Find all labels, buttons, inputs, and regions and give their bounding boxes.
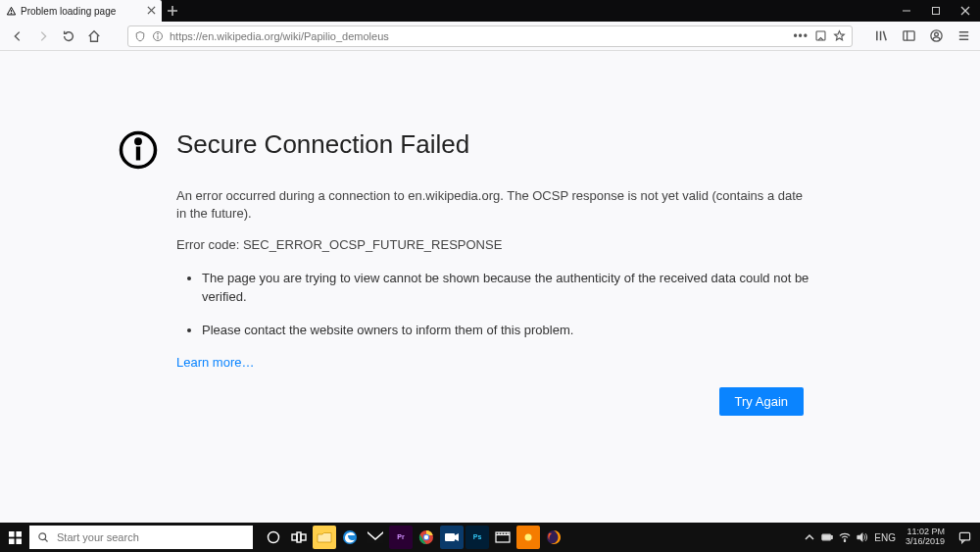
systray-notifications-icon[interactable] <box>955 527 974 547</box>
svg-rect-37 <box>297 532 301 542</box>
svg-point-42 <box>424 535 428 539</box>
new-tab-button[interactable] <box>162 0 183 22</box>
svg-marker-44 <box>455 533 459 541</box>
svg-point-21 <box>934 32 938 36</box>
svg-rect-29 <box>16 531 22 537</box>
library-button[interactable] <box>870 25 892 47</box>
app-menu-button[interactable] <box>953 25 974 47</box>
start-button[interactable] <box>0 523 29 552</box>
svg-point-1 <box>11 13 12 14</box>
error-message: An error occurred during a connection to… <box>176 187 804 223</box>
svg-rect-18 <box>903 31 913 40</box>
svg-point-32 <box>39 533 46 540</box>
error-bullet: The page you are trying to view cannot b… <box>202 269 809 307</box>
systray-wifi-icon[interactable] <box>839 526 851 549</box>
page-actions-icon[interactable]: ••• <box>793 29 808 43</box>
svg-rect-43 <box>445 533 455 541</box>
try-again-button[interactable]: Try Again <box>719 387 804 416</box>
svg-marker-57 <box>858 533 862 542</box>
info-icon <box>118 129 159 171</box>
window-minimize-button[interactable] <box>892 0 921 22</box>
svg-point-34 <box>269 532 279 543</box>
error-code: Error code: SEC_ERROR_OCSP_FUTURE_RESPON… <box>176 236 804 254</box>
svg-point-26 <box>136 139 140 143</box>
taskbar-search[interactable] <box>29 526 253 549</box>
svg-rect-28 <box>9 531 15 537</box>
taskbar-premiere-icon[interactable]: Pr <box>389 526 413 549</box>
taskbar-camera-icon[interactable] <box>440 526 464 549</box>
svg-marker-14 <box>835 31 845 40</box>
sidebar-button[interactable] <box>898 25 919 47</box>
svg-rect-13 <box>816 31 825 40</box>
systray-clock[interactable]: 11:02 PM 3/16/2019 <box>902 527 949 547</box>
systray-language[interactable]: ENG <box>874 526 896 549</box>
browser-tab[interactable]: Problem loading page <box>0 0 162 22</box>
systray-battery-icon[interactable] <box>821 526 833 549</box>
close-tab-button[interactable] <box>147 5 156 17</box>
svg-rect-39 <box>368 531 383 543</box>
account-button[interactable] <box>925 25 947 47</box>
systray-volume-icon[interactable] <box>857 526 868 549</box>
taskbar-edge-icon[interactable] <box>338 526 362 549</box>
nav-reload-button[interactable] <box>57 25 80 48</box>
nav-forward-button[interactable] <box>31 25 55 48</box>
svg-rect-30 <box>9 538 15 544</box>
error-heading: Secure Connection Failed <box>176 129 862 160</box>
taskbar-search-input[interactable] <box>57 531 245 543</box>
error-bullet: Please contact the website owners to inf… <box>202 321 809 340</box>
svg-rect-36 <box>301 534 306 540</box>
bookmark-star-icon[interactable] <box>833 29 846 42</box>
svg-rect-7 <box>933 8 940 15</box>
window-close-button[interactable] <box>951 0 980 22</box>
url-text: https://en.wikipedia.org/wiki/Papilio_de… <box>170 30 787 42</box>
svg-rect-54 <box>831 536 832 539</box>
taskbar-chrome-icon[interactable] <box>415 526 438 549</box>
svg-point-12 <box>158 33 159 34</box>
svg-line-33 <box>45 539 48 542</box>
svg-rect-55 <box>823 535 831 540</box>
systray-chevron-icon[interactable] <box>804 526 815 549</box>
taskbar-app-icon[interactable] <box>516 526 540 549</box>
taskbar-file-explorer-icon[interactable] <box>313 526 336 549</box>
svg-rect-58 <box>959 532 969 539</box>
svg-point-51 <box>525 534 532 541</box>
reader-view-icon[interactable] <box>814 29 827 42</box>
tab-title: Problem loading page <box>21 6 143 17</box>
nav-back-button[interactable] <box>6 25 29 48</box>
svg-point-56 <box>845 540 846 541</box>
taskbar-movies-icon[interactable] <box>491 526 514 549</box>
taskbar-mail-icon[interactable] <box>364 526 387 549</box>
search-icon <box>37 531 49 543</box>
svg-line-17 <box>883 31 886 40</box>
systray-date: 3/16/2019 <box>906 537 945 547</box>
learn-more-link[interactable]: Learn more… <box>176 355 862 370</box>
svg-rect-31 <box>16 538 22 544</box>
site-info-icon[interactable] <box>152 30 164 42</box>
svg-rect-35 <box>292 534 297 540</box>
nav-home-button[interactable] <box>82 25 106 48</box>
taskbar-taskview-icon[interactable] <box>287 526 311 549</box>
window-maximize-button[interactable] <box>921 0 951 22</box>
warning-icon <box>6 6 17 17</box>
tracking-protection-icon[interactable] <box>134 30 146 42</box>
url-bar[interactable]: https://en.wikipedia.org/wiki/Papilio_de… <box>127 25 853 47</box>
taskbar-firefox-icon[interactable] <box>542 526 565 549</box>
taskbar-photoshop-icon[interactable]: Ps <box>466 526 489 549</box>
taskbar-cortana-icon[interactable] <box>262 526 285 549</box>
